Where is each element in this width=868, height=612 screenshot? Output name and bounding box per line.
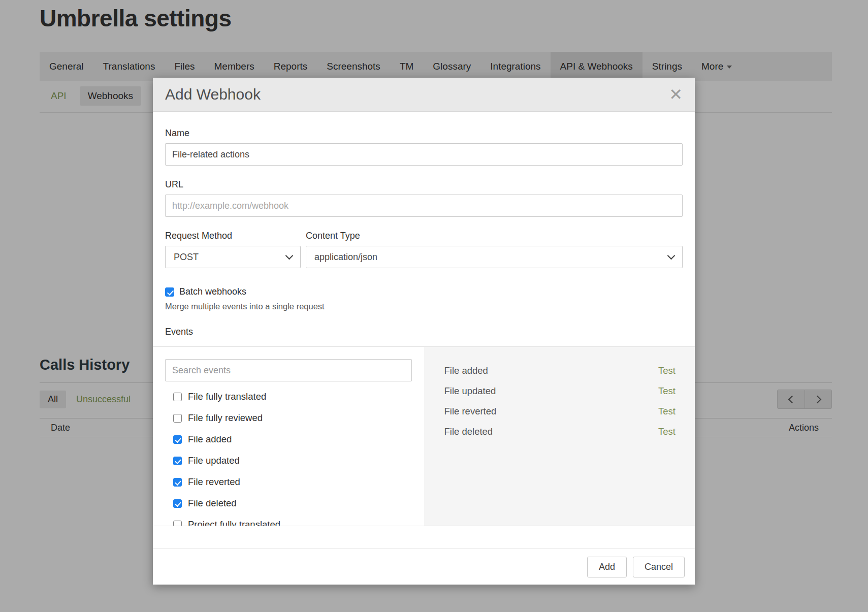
event-option-file-reverted[interactable]: File reverted	[173, 471, 412, 493]
event-option-file-added[interactable]: File added	[173, 429, 412, 450]
method-content-row: Request Method POST Content Type applica…	[165, 231, 683, 268]
events-picker-panel: File fully translatedFile fully reviewed…	[153, 347, 424, 526]
event-option-label: File fully translated	[188, 391, 266, 402]
url-label: URL	[165, 179, 683, 190]
event-option-file-fully-translated[interactable]: File fully translated	[173, 386, 412, 407]
chevron-down-icon	[667, 252, 676, 260]
request-method-select[interactable]: POST	[165, 246, 301, 268]
modal-body: Name URL Request Method POST Content Typ…	[153, 112, 695, 346]
checkbox-unchecked[interactable]	[173, 414, 182, 423]
name-field-group: Name	[165, 128, 683, 166]
event-option-file-fully-reviewed[interactable]: File fully reviewed	[173, 407, 412, 429]
event-option-label: Project fully translated	[188, 519, 280, 526]
request-method-value: POST	[174, 252, 199, 263]
batch-webhooks-help: Merge multiple events into a single requ…	[165, 302, 683, 311]
checkbox-unchecked[interactable]	[173, 521, 182, 527]
event-option-label: File fully reviewed	[188, 412, 263, 424]
event-option-label: File added	[188, 434, 232, 445]
batch-webhooks-row[interactable]: Batch webhooks	[165, 286, 683, 297]
content-type-group: Content Type application/json	[306, 231, 683, 268]
test-link[interactable]: Test	[658, 406, 676, 417]
selected-event-label: File deleted	[444, 426, 493, 437]
chevron-down-icon	[285, 252, 294, 260]
add-webhook-modal: Add Webhook ✕ Name URL Request Method PO…	[153, 78, 695, 585]
name-input[interactable]	[165, 143, 683, 166]
checkbox-checked[interactable]	[173, 478, 182, 487]
selected-event-label: File added	[444, 365, 488, 376]
selected-event-label: File updated	[444, 385, 496, 397]
selected-event-row: File updatedTest	[444, 381, 676, 401]
event-option-project-fully-translated[interactable]: Project fully translated	[173, 514, 412, 526]
request-method-label: Request Method	[165, 231, 301, 241]
content-type-value: application/json	[314, 252, 377, 263]
checkbox-checked[interactable]	[173, 457, 182, 465]
events-section: File fully translatedFile fully reviewed…	[153, 346, 695, 526]
checkbox-checked[interactable]	[173, 499, 182, 508]
add-button[interactable]: Add	[587, 557, 627, 577]
url-field-group: URL	[165, 179, 683, 217]
batch-webhooks-checkbox[interactable]	[165, 287, 174, 297]
selected-event-label: File reverted	[444, 406, 497, 417]
search-events-input[interactable]	[165, 359, 412, 381]
events-label: Events	[165, 327, 683, 337]
event-option-label: File updated	[188, 455, 240, 466]
test-link[interactable]: Test	[658, 365, 676, 376]
selected-event-row: File deletedTest	[444, 422, 676, 442]
request-method-group: Request Method POST	[165, 231, 301, 268]
url-input[interactable]	[165, 195, 683, 217]
event-option-file-deleted[interactable]: File deleted	[173, 493, 412, 514]
events-checkbox-list: File fully translatedFile fully reviewed…	[165, 386, 412, 526]
test-link[interactable]: Test	[658, 385, 676, 397]
selected-event-row: File addedTest	[444, 361, 676, 381]
selected-event-row: File revertedTest	[444, 401, 676, 422]
content-type-label: Content Type	[306, 231, 683, 241]
test-link[interactable]: Test	[658, 426, 676, 437]
modal-footer: Add Cancel	[153, 549, 695, 585]
event-option-label: File reverted	[188, 476, 240, 488]
checkbox-checked[interactable]	[173, 435, 182, 444]
event-option-file-updated[interactable]: File updated	[173, 450, 412, 471]
selected-events-panel: File addedTestFile updatedTestFile rever…	[424, 347, 695, 526]
cancel-button[interactable]: Cancel	[633, 557, 685, 577]
close-icon[interactable]: ✕	[669, 86, 683, 103]
batch-webhooks-label: Batch webhooks	[179, 286, 246, 297]
content-type-select[interactable]: application/json	[306, 246, 683, 268]
name-label: Name	[165, 128, 683, 139]
footer-spacer	[153, 526, 695, 549]
modal-header: Add Webhook ✕	[153, 78, 695, 112]
event-option-label: File deleted	[188, 498, 237, 509]
checkbox-unchecked[interactable]	[173, 393, 182, 401]
modal-title: Add Webhook	[165, 86, 261, 103]
